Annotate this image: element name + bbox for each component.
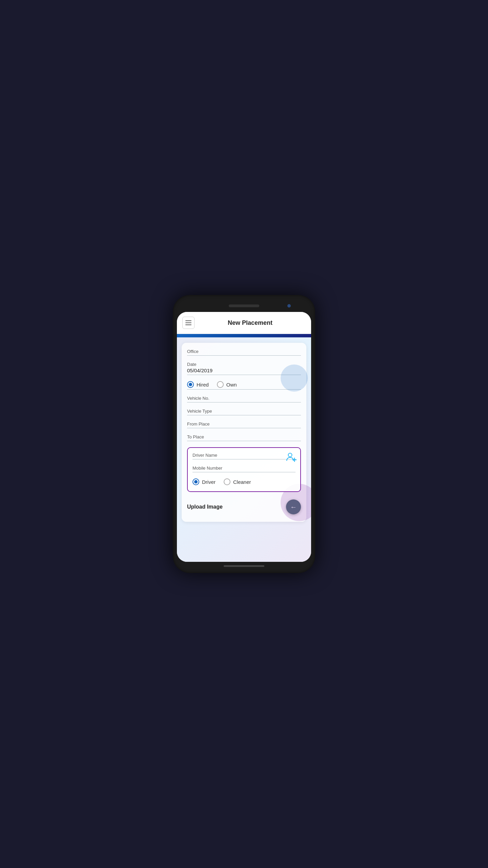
menu-icon-line2 bbox=[185, 322, 191, 323]
menu-icon-line3 bbox=[185, 324, 191, 325]
office-label: Office bbox=[187, 349, 301, 354]
own-radio[interactable] bbox=[217, 381, 224, 388]
vehicle-type-label: Vehicle Type bbox=[187, 409, 301, 414]
speaker bbox=[229, 304, 259, 307]
hired-own-underline bbox=[187, 389, 301, 390]
vehicle-no-field: Vehicle No. bbox=[187, 396, 301, 402]
svg-point-0 bbox=[288, 453, 292, 457]
page-title: New Placement bbox=[195, 319, 306, 327]
to-place-label: To Place bbox=[187, 434, 301, 439]
driver-name-field: Driver Name bbox=[192, 453, 296, 459]
from-place-field: From Place bbox=[187, 421, 301, 428]
date-underline bbox=[187, 375, 301, 375]
hired-own-field: Hired Own bbox=[187, 381, 301, 390]
driver-option[interactable]: Driver bbox=[192, 478, 216, 485]
own-option[interactable]: Own bbox=[217, 381, 237, 388]
to-place-underline bbox=[187, 441, 301, 441]
camera bbox=[287, 304, 291, 308]
upload-row: Upload Image ← bbox=[187, 497, 301, 517]
cleaner-radio[interactable] bbox=[224, 478, 230, 485]
back-button[interactable]: ← bbox=[286, 499, 301, 514]
app-header: New Placement bbox=[177, 312, 311, 334]
driver-radio[interactable] bbox=[192, 478, 199, 485]
driver-name-underline bbox=[192, 459, 296, 459]
back-arrow-icon: ← bbox=[290, 503, 297, 511]
vehicle-no-underline bbox=[187, 402, 301, 402]
date-value[interactable]: 05/04/2019 bbox=[187, 368, 301, 373]
driver-cleaner-row: Driver Cleaner bbox=[192, 478, 296, 485]
to-place-field: To Place bbox=[187, 434, 301, 441]
office-underline bbox=[187, 355, 301, 356]
from-place-label: From Place bbox=[187, 421, 301, 427]
accent-bar bbox=[177, 334, 311, 337]
mobile-number-underline bbox=[192, 472, 296, 472]
from-place-underline bbox=[187, 428, 301, 428]
date-field: Date 05/04/2019 bbox=[187, 362, 301, 375]
upload-image-label: Upload Image bbox=[187, 504, 223, 510]
office-field: Office bbox=[187, 349, 301, 356]
cleaner-label: Cleaner bbox=[233, 479, 251, 485]
mobile-number-label: Mobile Number bbox=[192, 466, 296, 471]
own-label: Own bbox=[226, 382, 237, 388]
phone-screen: New Placement Office Date 05/04/2019 bbox=[177, 312, 311, 562]
driver-name-label: Driver Name bbox=[192, 453, 296, 458]
driver-label: Driver bbox=[202, 479, 216, 485]
hired-own-row: Hired Own bbox=[187, 381, 301, 388]
scroll-content: Office Date 05/04/2019 Hired bbox=[177, 337, 311, 562]
driver-card: Driver Name Mobile Number Driver bbox=[187, 447, 301, 492]
vehicle-type-field: Vehicle Type bbox=[187, 409, 301, 415]
hired-radio[interactable] bbox=[187, 381, 194, 388]
date-label: Date bbox=[187, 362, 301, 367]
mobile-number-field: Mobile Number bbox=[192, 466, 296, 472]
phone-device: New Placement Office Date 05/04/2019 bbox=[173, 295, 315, 573]
vehicle-no-label: Vehicle No. bbox=[187, 396, 301, 401]
menu-button[interactable] bbox=[182, 317, 195, 329]
vehicle-type-underline bbox=[187, 415, 301, 415]
cleaner-option[interactable]: Cleaner bbox=[224, 478, 251, 485]
phone-notch bbox=[177, 301, 311, 311]
hired-option[interactable]: Hired bbox=[187, 381, 209, 388]
hired-label: Hired bbox=[197, 382, 209, 388]
home-bar[interactable] bbox=[224, 565, 264, 567]
form-card: Office Date 05/04/2019 Hired bbox=[182, 343, 306, 522]
menu-icon-line1 bbox=[185, 320, 191, 321]
add-person-button[interactable] bbox=[285, 451, 297, 463]
